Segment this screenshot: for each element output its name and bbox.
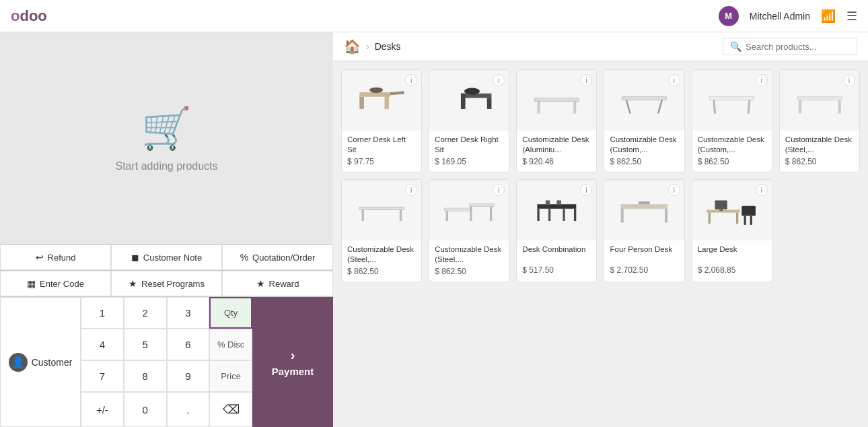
action-buttons-row1: ↩ Refund ◼ Customer Note % Quotation/Ord…: [0, 244, 333, 270]
product-card[interactable]: i Customizable Desk (Steel,... $ 862.50: [429, 179, 509, 282]
payment-chevron: ›: [291, 348, 295, 363]
info-icon[interactable]: i: [668, 74, 680, 86]
svg-rect-28: [490, 207, 492, 222]
info-icon[interactable]: i: [843, 74, 855, 86]
qty-button[interactable]: Qty: [209, 297, 252, 329]
num-8[interactable]: 8: [124, 360, 167, 392]
product-name: Corner Desk Left Sit: [347, 135, 416, 155]
product-name: Large Desk: [698, 244, 766, 263]
breadcrumb-current: Desks: [375, 41, 401, 52]
product-price: $ 517.50: [522, 265, 591, 275]
info-icon[interactable]: i: [405, 184, 417, 196]
svg-rect-27: [470, 207, 472, 222]
price-button[interactable]: Price: [209, 360, 252, 392]
reset-programs-button[interactable]: ★ Reset Programs: [111, 271, 222, 296]
num-1[interactable]: 1: [81, 297, 124, 329]
svg-rect-44: [720, 209, 723, 211]
product-info: Large Desk $ 2,068.85: [692, 240, 772, 280]
svg-line-17: [749, 100, 750, 113]
search-icon: 🔍: [730, 41, 742, 52]
svg-rect-3: [390, 91, 404, 95]
num-7[interactable]: 7: [81, 360, 124, 392]
svg-point-4: [369, 87, 383, 92]
quotation-order-button[interactable]: % Quotation/Order: [222, 244, 333, 270]
product-price: $ 920.46: [522, 157, 591, 166]
svg-rect-18: [797, 96, 842, 100]
search-box[interactable]: 🔍: [723, 38, 857, 55]
action-buttons-row2: ▦ Enter Code ★ Reset Programs ★ Reward: [0, 270, 333, 296]
search-input[interactable]: [746, 42, 850, 52]
product-card[interactable]: i Corner Desk Left Sit $ 97.75: [341, 69, 422, 172]
product-name: Desk Combination: [522, 244, 591, 263]
product-price: $ 862.50: [698, 157, 766, 166]
svg-rect-35: [556, 201, 561, 205]
product-card[interactable]: i Customizable Desk (Steel,... $ 862.50: [341, 179, 422, 282]
product-info: Customizable Desk (Custom,... $ 862.50: [604, 131, 684, 172]
svg-rect-38: [665, 209, 667, 223]
topbar-left: odoo: [11, 7, 47, 25]
breadcrumb: 🏠 › Desks: [344, 38, 401, 55]
svg-line-14: [658, 100, 662, 113]
num-2[interactable]: 2: [124, 297, 167, 329]
right-header: 🏠 › Desks 🔍: [333, 32, 868, 61]
svg-rect-21: [359, 207, 404, 210]
disc-button[interactable]: % Disc: [209, 329, 252, 360]
info-icon[interactable]: i: [756, 74, 768, 86]
enter-code-button[interactable]: ▦ Enter Code: [0, 271, 111, 296]
num-9[interactable]: 9: [167, 360, 210, 392]
reward-button[interactable]: ★ Reward: [222, 271, 333, 296]
main-layout: 🛒 Start adding products ↩ Refund ◼ Custo…: [0, 32, 868, 427]
home-icon[interactable]: 🏠: [344, 38, 361, 55]
svg-rect-26: [445, 211, 447, 222]
customer-note-button[interactable]: ◼ Customer Note: [111, 244, 222, 270]
svg-rect-24: [444, 208, 472, 211]
svg-line-16: [714, 100, 715, 113]
topbar-right: M Mitchell Admin 📶 ☰: [719, 6, 857, 26]
product-card[interactable]: i Corner Desk Right Sit $ 169.05: [429, 69, 509, 172]
svg-rect-41: [709, 213, 711, 224]
product-card[interactable]: i: [692, 179, 772, 282]
svg-rect-11: [573, 101, 576, 113]
wifi-icon: 📶: [821, 9, 836, 24]
svg-rect-34: [546, 201, 550, 205]
svg-rect-45: [742, 206, 756, 216]
info-icon[interactable]: i: [756, 184, 768, 196]
product-info: Customizable Desk (Aluminiu... $ 920.46: [517, 131, 596, 172]
product-name: Customizable Desk (Steel,...: [785, 135, 854, 155]
svg-rect-36: [621, 205, 667, 209]
product-card[interactable]: i Four Person Desk $ 2,702.50: [604, 179, 684, 282]
info-icon[interactable]: i: [668, 184, 680, 196]
num-plusminus[interactable]: +/-: [81, 392, 124, 427]
product-card[interactable]: i Customizable Desk (Custom,... $ 862.50: [692, 69, 772, 172]
svg-rect-47: [750, 216, 752, 225]
num-5[interactable]: 5: [124, 329, 167, 360]
topbar: odoo M Mitchell Admin 📶 ☰: [0, 0, 868, 32]
product-name: Customizable Desk (Custom,...: [610, 135, 678, 155]
product-price: $ 169.05: [435, 157, 503, 166]
product-card[interactable]: i Customizable Desk (Aluminiu... $ 920.4…: [516, 69, 597, 172]
product-card[interactable]: i Customizable Desk (Custom,... $ 862.50: [604, 69, 684, 172]
refund-button[interactable]: ↩ Refund: [0, 244, 111, 270]
svg-rect-43: [715, 201, 727, 209]
product-price: $ 862.50: [610, 157, 678, 166]
product-info: Corner Desk Right Sit $ 169.05: [429, 131, 509, 172]
product-grid: i Corner Desk Left Sit $ 97.75: [333, 61, 868, 427]
num-3[interactable]: 3: [167, 297, 210, 329]
svg-rect-31: [574, 209, 576, 221]
product-info: Desk Combination $ 517.50: [517, 240, 596, 280]
product-card[interactable]: i Desk Combination $ 517.50: [516, 179, 597, 282]
svg-rect-29: [537, 205, 576, 209]
backspace-button[interactable]: ⌫: [209, 392, 252, 427]
right-panel: 🏠 › Desks 🔍 i: [333, 32, 868, 427]
num-dot[interactable]: .: [167, 392, 210, 427]
numpad: 1 2 3 Qty 4 5 6 % Disc 7 8 9 Price +/- 0…: [81, 297, 252, 427]
payment-button[interactable]: › Payment: [252, 297, 333, 427]
num-6[interactable]: 6: [167, 329, 210, 360]
num-4[interactable]: 4: [81, 329, 124, 360]
product-card[interactable]: i Customizable Desk (Steel,... $ 862.50: [779, 69, 860, 172]
num-0[interactable]: 0: [124, 392, 167, 427]
customer-button[interactable]: 👤 Customer: [0, 297, 81, 427]
svg-rect-19: [798, 100, 801, 113]
svg-rect-6: [461, 93, 466, 108]
menu-icon[interactable]: ☰: [846, 9, 857, 24]
